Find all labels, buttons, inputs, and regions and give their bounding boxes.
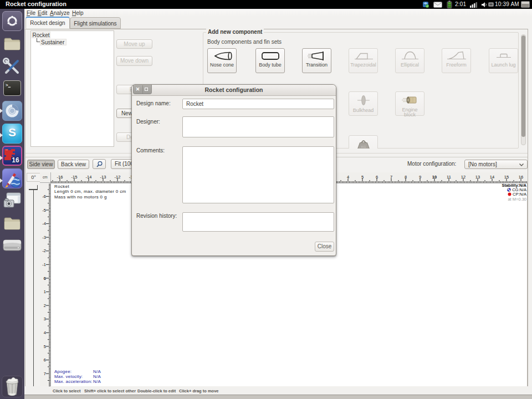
svg-text:-14: -14 <box>86 175 92 180</box>
svg-text:16: 16 <box>12 156 19 164</box>
svg-text:5: 5 <box>44 344 46 349</box>
svg-text:7: 7 <box>44 371 46 376</box>
svg-text:-4: -4 <box>42 221 46 226</box>
svg-text:-13: -13 <box>100 175 106 180</box>
svg-text:10: 10 <box>432 175 437 180</box>
svg-text:14: 14 <box>490 175 494 180</box>
svg-text:1: 1 <box>44 289 46 294</box>
svg-text:8: 8 <box>405 175 407 180</box>
svg-text:-1: -1 <box>42 262 46 267</box>
svg-text:3: 3 <box>44 316 46 321</box>
svg-text:-12: -12 <box>115 175 121 180</box>
svg-text:4: 4 <box>347 175 349 180</box>
svg-text:-15: -15 <box>71 175 78 180</box>
svg-text:-16: -16 <box>57 175 63 180</box>
svg-text:16: 16 <box>519 175 523 180</box>
svg-text:15: 15 <box>504 175 509 180</box>
svg-text:-2: -2 <box>42 248 46 253</box>
svg-text:-6: -6 <box>42 194 46 199</box>
svg-text:7: 7 <box>390 175 392 180</box>
svg-text:5: 5 <box>361 175 364 180</box>
svg-text:12: 12 <box>461 175 466 180</box>
svg-text:4: 4 <box>44 330 46 335</box>
svg-text:6: 6 <box>376 175 378 180</box>
svg-text:2: 2 <box>44 303 46 308</box>
svg-text:-3: -3 <box>42 235 46 240</box>
svg-text:6: 6 <box>44 357 46 362</box>
svg-text:-5: -5 <box>42 208 46 213</box>
svg-text:9: 9 <box>419 175 421 180</box>
svg-text:13: 13 <box>475 175 480 180</box>
svg-text:0: 0 <box>44 276 46 281</box>
svg-text:11: 11 <box>447 175 451 180</box>
svg-text:KG: KG <box>361 145 366 149</box>
